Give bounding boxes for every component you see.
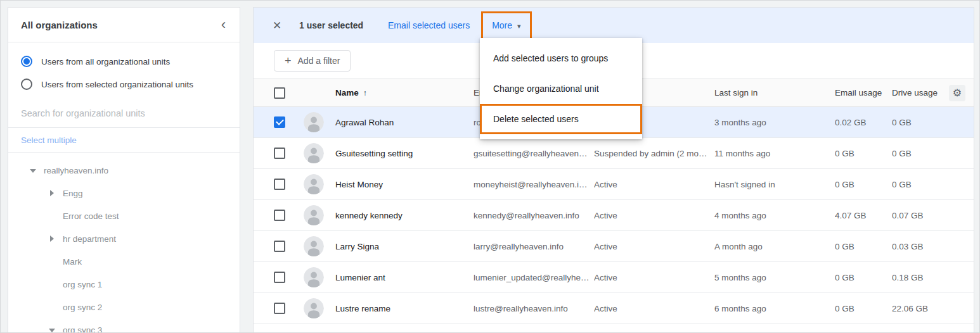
- row-checkbox[interactable]: [274, 179, 285, 190]
- sidebar-title: All organizations: [21, 20, 98, 30]
- user-email: moneyheist@reallyheaven.i…: [474, 180, 594, 189]
- user-drive-usage: 0 GB: [892, 118, 949, 127]
- table-row[interactable]: kennedy kennedy kennedy@reallyheaven.inf…: [254, 200, 974, 231]
- user-last-sign-in: 6 months ago: [714, 304, 835, 313]
- user-drive-usage: 0 GB: [892, 180, 949, 189]
- select-all-checkbox[interactable]: [274, 87, 285, 99]
- org-scope-radio[interactable]: Users from all organizational units: [21, 50, 227, 73]
- org-search-input[interactable]: Search for organizational units: [8, 104, 240, 128]
- more-dropdown-menu: Add selected users to groups Change orga…: [480, 38, 642, 139]
- user-email-usage: 0 GB: [835, 273, 892, 282]
- org-tree-item[interactable]: reallyheaven.info: [8, 159, 240, 182]
- org-tree-item[interactable]: Error code test: [8, 204, 240, 227]
- user-last-sign-in: A month ago: [714, 242, 835, 251]
- more-menu-item[interactable]: Change organizational unit: [480, 73, 642, 104]
- row-checkbox[interactable]: [274, 210, 285, 221]
- avatar: [304, 236, 324, 256]
- user-email-usage: 0 GB: [835, 180, 892, 189]
- table-row[interactable]: Larry Signa larry@reallyheaven.info Acti…: [254, 231, 974, 262]
- table-row[interactable]: Lumenier ant lumenier_updated@reallyhe… …: [254, 262, 974, 293]
- user-email-usage: 0 GB: [835, 149, 892, 158]
- tree-expand-icon[interactable]: [30, 167, 36, 173]
- avatar: [304, 267, 324, 287]
- user-name: Lumenier ant: [335, 273, 474, 282]
- table-row-partial: [254, 324, 974, 333]
- org-tree-item[interactable]: org sync 2: [8, 296, 240, 318]
- sort-ascending-icon: ↑: [363, 89, 367, 97]
- user-last-sign-in: 11 months ago: [714, 149, 835, 158]
- avatar: [304, 143, 324, 163]
- user-drive-usage: 0.18 GB: [892, 273, 949, 282]
- row-checkbox[interactable]: [274, 116, 285, 128]
- tree-expand-icon[interactable]: [49, 190, 55, 196]
- user-email: lumenier_updated@reallyhe…: [474, 273, 594, 282]
- tree-item-label: Engg: [63, 189, 83, 198]
- user-name: Agrawal Rohan: [335, 118, 474, 127]
- radio-label: Users from selected organizational units: [41, 80, 193, 89]
- table-row[interactable]: Heist Money moneyheist@reallyheaven.i… A…: [254, 169, 974, 200]
- user-name: Gsuitesetting setting: [335, 149, 474, 158]
- email-selected-users-link[interactable]: Email selected users: [388, 20, 470, 30]
- row-checkbox[interactable]: [274, 148, 285, 159]
- tree-expand-icon[interactable]: [49, 236, 55, 242]
- more-button[interactable]: More ▾: [481, 11, 531, 40]
- org-tree-item[interactable]: Engg: [8, 182, 240, 204]
- tree-item-label: org sync 2: [63, 303, 102, 312]
- user-name: Lustre rename: [335, 304, 474, 313]
- avatar: [304, 298, 324, 318]
- radio-icon[interactable]: [21, 56, 32, 67]
- user-drive-usage: 0.07 GB: [892, 211, 949, 220]
- user-status: Active: [594, 242, 714, 251]
- user-name: Heist Money: [335, 180, 474, 189]
- column-header-last-sign-in[interactable]: Last sign in: [714, 88, 835, 97]
- org-tree: reallyheaven.info Engg Error code test h…: [8, 153, 240, 333]
- user-status: Active: [594, 304, 714, 313]
- user-last-sign-in: 4 months ago: [714, 211, 835, 220]
- user-drive-usage: 0 GB: [892, 149, 949, 158]
- clear-selection-icon[interactable]: ✕: [273, 19, 283, 32]
- column-header-name[interactable]: Name↑: [335, 88, 474, 97]
- user-last-sign-in: 3 months ago: [714, 118, 835, 127]
- tree-expand-icon[interactable]: [49, 327, 55, 333]
- tree-item-label: reallyheaven.info: [44, 166, 108, 175]
- chevron-down-icon: ▾: [517, 22, 521, 30]
- select-multiple-link[interactable]: Select multiple: [21, 135, 77, 145]
- avatar: [304, 174, 324, 194]
- table-row[interactable]: Gsuitesetting setting gsuitesetting@real…: [254, 138, 974, 169]
- user-status: Active: [594, 211, 714, 220]
- user-email-usage: 0 GB: [835, 304, 892, 313]
- more-button-label: More: [492, 20, 512, 30]
- user-drive-usage: 0.03 GB: [892, 242, 949, 251]
- select-multiple-row: Select multiple: [8, 128, 240, 153]
- column-header-drive-usage[interactable]: Drive usage: [892, 88, 949, 97]
- column-header-email-usage[interactable]: Email usage: [835, 88, 892, 97]
- row-checkbox[interactable]: [274, 303, 285, 314]
- users-panel: ✕ 1 user selected Email selected users M…: [253, 7, 974, 333]
- avatar: [304, 205, 324, 225]
- org-tree-item[interactable]: Mark: [8, 250, 240, 273]
- tree-item-label: org sync 1: [63, 280, 102, 289]
- column-settings-icon[interactable]: ⚙: [949, 85, 965, 101]
- admin-users-screen: All organizations ‹ Users from all organ…: [0, 0, 980, 333]
- user-status: Active: [594, 273, 714, 282]
- user-email: lustre@reallyheaven.info: [474, 304, 594, 313]
- tree-item-label: org sync 3: [63, 325, 102, 333]
- more-menu-item[interactable]: Delete selected users: [480, 104, 642, 134]
- collapse-sidebar-icon[interactable]: ‹: [217, 18, 229, 32]
- user-last-sign-in: Hasn't signed in: [714, 180, 835, 189]
- table-row[interactable]: Lustre rename lustre@reallyheaven.info A…: [254, 293, 974, 324]
- plus-icon: +: [285, 55, 292, 66]
- selected-count: 1 user selected: [299, 20, 366, 30]
- radio-icon[interactable]: [21, 79, 32, 90]
- more-menu-item[interactable]: Add selected users to groups: [480, 43, 642, 73]
- row-checkbox[interactable]: [274, 272, 285, 283]
- add-filter-button[interactable]: + Add a filter: [274, 50, 351, 72]
- user-name: kennedy kennedy: [335, 211, 474, 220]
- row-checkbox[interactable]: [274, 241, 285, 252]
- add-filter-label: Add a filter: [298, 56, 340, 66]
- org-tree-item[interactable]: org sync 3: [8, 318, 240, 333]
- org-scope-radio[interactable]: Users from selected organizational units: [21, 73, 227, 96]
- user-email-usage: 4.07 GB: [835, 211, 892, 220]
- org-tree-item[interactable]: org sync 1: [8, 273, 240, 296]
- org-tree-item[interactable]: hr department: [8, 227, 240, 250]
